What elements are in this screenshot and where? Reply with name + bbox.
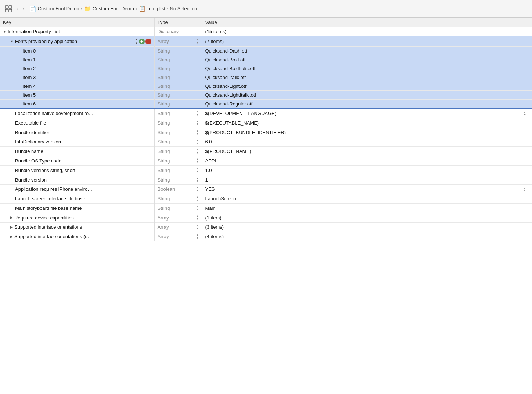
value-text: (1 item) bbox=[205, 215, 222, 221]
breadcrumb-item-1[interactable]: 📄 Custom Font Demo bbox=[29, 5, 79, 12]
svg-rect-0 bbox=[5, 6, 8, 8]
key-text: Main storyboard file base name bbox=[15, 205, 151, 211]
key-text: Required device capabilities bbox=[14, 215, 151, 221]
type-stepper[interactable]: ▲▼ bbox=[197, 215, 199, 221]
type-stepper[interactable]: ▲▼ bbox=[197, 110, 199, 117]
type-text: Array bbox=[158, 224, 169, 230]
key-text: Item 3 bbox=[22, 75, 151, 80]
table-row[interactable]: Item 0StringQuicksand-Dash.otf bbox=[0, 47, 532, 55]
table-row[interactable]: Bundle OS Type codeString▲▼APPL bbox=[0, 156, 532, 166]
type-stepper[interactable]: ▲▼ bbox=[197, 177, 199, 183]
table-row[interactable]: Item 3StringQuicksand-Italic.otf bbox=[0, 73, 532, 82]
svg-rect-1 bbox=[9, 6, 12, 8]
back-button[interactable]: ‹ bbox=[15, 5, 20, 12]
table-row[interactable]: InfoDictionary versionString▲▼6.0 bbox=[0, 137, 532, 147]
key-text: Item 5 bbox=[22, 92, 151, 98]
expand-arrow-icon[interactable]: ▼ bbox=[10, 40, 14, 43]
header-value: Value bbox=[202, 18, 532, 27]
value-cell: $(PRODUCT_BUNDLE_IDENTIFIER) bbox=[202, 128, 532, 137]
dropdown-arrow-icon[interactable]: ▲▼ bbox=[524, 111, 526, 116]
type-text: Array bbox=[158, 234, 169, 239]
breadcrumb-item-3[interactable]: 📋 Info.plist bbox=[139, 5, 165, 12]
table-row[interactable]: ▼Fonts provided by application▲▼+−Array▲… bbox=[0, 36, 532, 47]
table-row[interactable]: Item 5StringQuicksand-LightItalic.otf bbox=[0, 91, 532, 100]
table-row[interactable]: ▶Supported interface orientationsArray▲▼… bbox=[0, 222, 532, 232]
stepper-control[interactable]: ▲▼ bbox=[135, 38, 138, 45]
type-text: String bbox=[158, 57, 170, 62]
type-stepper[interactable]: ▲▼ bbox=[197, 167, 199, 173]
remove-item-button[interactable]: − bbox=[145, 39, 151, 44]
breadcrumb-label-2: Custom Font Demo bbox=[93, 6, 134, 11]
table-row[interactable]: Bundle versionString▲▼1 bbox=[0, 175, 532, 185]
table-row[interactable]: Localization native development re…Strin… bbox=[0, 108, 532, 118]
type-stepper[interactable]: ▲▼ bbox=[197, 233, 199, 240]
value-text: (15 items) bbox=[205, 29, 227, 34]
type-stepper[interactable]: ▲▼ bbox=[197, 224, 199, 230]
type-stepper[interactable]: ▲▼ bbox=[197, 38, 199, 44]
grid-icon[interactable] bbox=[4, 5, 12, 13]
forward-button[interactable]: › bbox=[21, 5, 26, 12]
expand-arrow-icon[interactable]: ▶ bbox=[10, 216, 13, 219]
table-row[interactable]: Executable fileString▲▼$(EXECUTABLE_NAME… bbox=[0, 118, 532, 128]
key-text: InfoDictionary version bbox=[15, 139, 151, 144]
expand-arrow-icon[interactable]: ▼ bbox=[3, 30, 6, 33]
table-row[interactable]: Bundle versions string, shortString▲▼1.0 bbox=[0, 165, 532, 175]
type-text: String bbox=[158, 130, 170, 135]
table-row[interactable]: Item 6StringQuicksand-Regular.otf bbox=[0, 100, 532, 109]
key-text: Bundle identifier bbox=[15, 130, 151, 135]
type-cell: String bbox=[154, 47, 202, 55]
expand-arrow-icon[interactable]: ▶ bbox=[10, 225, 13, 229]
key-text: Bundle version bbox=[15, 177, 151, 183]
table-row[interactable]: Item 1StringQuicksand-Bold.otf bbox=[0, 55, 532, 64]
type-cell: Dictionary bbox=[154, 27, 202, 36]
type-stepper[interactable]: ▲▼ bbox=[197, 120, 199, 126]
table-row[interactable]: Application requires iPhone enviro…Boole… bbox=[0, 185, 532, 194]
breadcrumb-sep-3: › bbox=[167, 6, 169, 12]
key-cell: Launch screen interface file base… bbox=[0, 194, 154, 204]
type-cell: String▲▼ bbox=[154, 165, 202, 175]
type-stepper[interactable]: ▲▼ bbox=[197, 139, 199, 145]
key-text: Item 6 bbox=[22, 101, 151, 107]
key-cell: Item 3 bbox=[0, 73, 154, 82]
plist-icon: 📋 bbox=[139, 5, 146, 12]
value-text: 1 bbox=[205, 177, 208, 183]
key-cell: ▼Fonts provided by application▲▼+− bbox=[0, 36, 154, 47]
key-text: Localization native development re… bbox=[15, 111, 151, 116]
add-item-button[interactable]: + bbox=[139, 39, 145, 44]
type-stepper[interactable]: ▲▼ bbox=[197, 129, 199, 136]
dropdown-arrow-icon[interactable]: ▲▼ bbox=[524, 187, 526, 192]
type-stepper[interactable]: ▲▼ bbox=[197, 148, 199, 154]
table-row[interactable]: Item 4StringQuicksand-Light.otf bbox=[0, 82, 532, 91]
breadcrumb-item-2[interactable]: 📁 Custom Font Demo bbox=[84, 5, 134, 12]
expand-arrow-icon[interactable]: ▶ bbox=[10, 235, 13, 239]
type-text: String bbox=[158, 75, 170, 80]
type-text: Dictionary bbox=[158, 29, 179, 34]
value-text: APPL bbox=[205, 158, 218, 164]
key-cell: Bundle name bbox=[0, 147, 154, 156]
folder-icon: 📁 bbox=[84, 5, 91, 12]
key-cell: Item 5 bbox=[0, 91, 154, 100]
table-row[interactable]: Bundle nameString▲▼$(PRODUCT_NAME) bbox=[0, 147, 532, 156]
table-row[interactable]: ▼Information Property ListDictionary(15 … bbox=[0, 27, 532, 36]
table-row[interactable]: ▶Supported interface orientations (i…Arr… bbox=[0, 232, 532, 241]
key-text: Bundle name bbox=[15, 148, 151, 154]
table-row[interactable]: Item 2StringQuicksand-BoldItalic.otf bbox=[0, 64, 532, 73]
table-row[interactable]: Launch screen interface file base…String… bbox=[0, 194, 532, 204]
type-cell: String bbox=[154, 100, 202, 109]
value-text: (3 items) bbox=[205, 224, 224, 230]
breadcrumb-item-4: No Selection bbox=[170, 6, 197, 11]
value-cell: 1 bbox=[202, 175, 532, 185]
type-text: String bbox=[158, 158, 170, 164]
type-stepper[interactable]: ▲▼ bbox=[197, 186, 199, 192]
type-stepper[interactable]: ▲▼ bbox=[197, 205, 199, 211]
value-text: (7 items) bbox=[205, 39, 224, 44]
table-row[interactable]: ▶Required device capabilitiesArray▲▼(1 i… bbox=[0, 213, 532, 222]
type-stepper[interactable]: ▲▼ bbox=[197, 158, 199, 164]
value-cell: $(DEVELOPMENT_LANGUAGE)▲▼ bbox=[202, 108, 532, 118]
table-row[interactable]: Bundle identifierString▲▼$(PRODUCT_BUNDL… bbox=[0, 128, 532, 137]
key-cell: Item 4 bbox=[0, 82, 154, 91]
type-stepper[interactable]: ▲▼ bbox=[197, 196, 199, 202]
key-cell: Localization native development re… bbox=[0, 108, 154, 118]
table-row[interactable]: Main storyboard file base nameString▲▼Ma… bbox=[0, 204, 532, 213]
value-cell: Quicksand-Dash.otf bbox=[202, 47, 532, 55]
